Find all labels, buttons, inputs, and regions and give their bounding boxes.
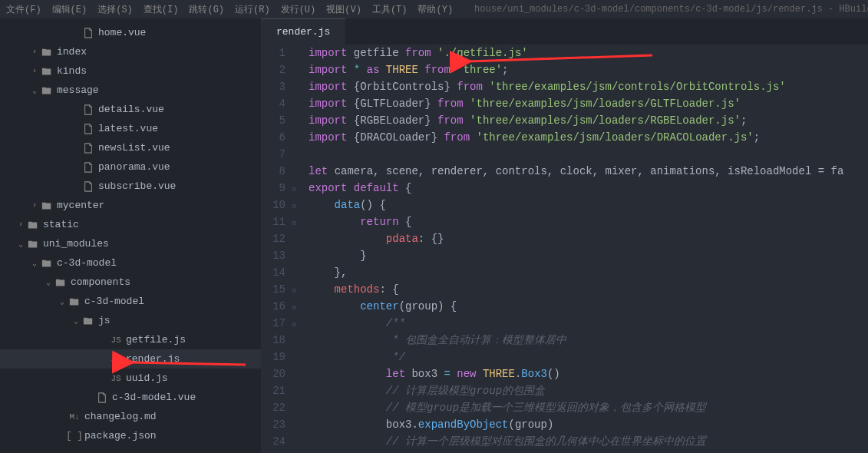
file-icon (81, 162, 95, 173)
tree-item-c-3d-model[interactable]: ⌄c-3d-model (0, 292, 261, 311)
tree-item-details-vue[interactable]: details.vue (0, 100, 261, 119)
tree-item-latest-vue[interactable]: latest.vue (0, 119, 261, 138)
code-line-23[interactable]: box3.expandByObject(group) (309, 416, 868, 433)
folder-icon (40, 85, 54, 96)
code-line-10[interactable]: data() { (309, 197, 868, 213)
js-icon: JS (109, 336, 123, 345)
line-number: 16⊟ (261, 298, 296, 315)
tree-item-components[interactable]: ⌄components (0, 273, 261, 292)
line-number: 10⊟ (261, 197, 296, 213)
chevron-icon: ⌄ (29, 259, 40, 268)
json-icon: [ ] (68, 431, 81, 441)
tree-item-mycenter[interactable]: ›mycenter (0, 196, 261, 215)
tree-item-getfile-js[interactable]: JSgetfile.js (0, 330, 261, 349)
code-line-19[interactable]: */ (309, 349, 868, 365)
tree-item-label: js (98, 315, 111, 326)
folder-icon (40, 200, 54, 211)
md-icon: M↓ (68, 412, 81, 422)
line-number: 7 (261, 146, 296, 163)
line-number: 2 (261, 61, 296, 78)
code-line-25[interactable]: let center = new THREE.Vector3() (309, 450, 868, 453)
menu-view[interactable]: 视图(V) (326, 3, 361, 16)
chevron-icon: ⌄ (29, 86, 40, 95)
tree-item-subscribe-vue[interactable]: subscribe.vue (0, 177, 261, 196)
tree-item-label: kinds (57, 65, 87, 77)
line-number: 12 (261, 230, 296, 247)
code-line-4[interactable]: import {GLTFLoader} from 'three/examples… (309, 95, 868, 112)
menu-edit[interactable]: 编辑(E) (52, 3, 87, 16)
line-number: 1 (261, 45, 296, 61)
tab-render-js[interactable]: render.js (261, 18, 345, 45)
code-line-5[interactable]: import {RGBELoader} from 'three/examples… (309, 112, 868, 129)
code-line-18[interactable]: * 包围盒全自动计算：模型整体居中 (309, 332, 868, 349)
code-line-17[interactable]: /** (309, 315, 868, 332)
menu-find[interactable]: 查找(I) (144, 3, 179, 16)
tree-item-index[interactable]: ›index (0, 42, 261, 61)
code-line-9[interactable]: export default { (309, 180, 868, 197)
tree-item-panorama-vue[interactable]: panorama.vue (0, 157, 261, 177)
tree-item-label: uni_modules (43, 238, 109, 250)
chevron-icon: ⌄ (57, 297, 68, 306)
tree-item-label: components (71, 276, 130, 288)
folder-icon (40, 66, 54, 77)
tree-item-label: getfile.js (126, 334, 186, 346)
code-line-14[interactable]: }, (309, 264, 868, 281)
code-line-6[interactable]: import {DRACOLoader} from 'three/example… (309, 129, 868, 146)
chevron-icon: › (29, 201, 40, 210)
file-icon (81, 104, 95, 115)
code-line-1[interactable]: import getfile from './getfile.js' (309, 45, 868, 61)
tree-item-newslist-vue[interactable]: newsList.vue (0, 138, 261, 157)
tree-item-static[interactable]: ›static (0, 215, 261, 234)
code-line-12[interactable]: pdata: {} (309, 230, 868, 247)
code-editor[interactable]: 123456789⊟10⊟11⊟12131415⊟16⊟17⊟181920212… (261, 45, 868, 453)
code-line-7[interactable] (309, 146, 868, 163)
tree-item-uuid-js[interactable]: JSuuid.js (0, 369, 261, 388)
menu-tools[interactable]: 工具(T) (372, 3, 408, 16)
tree-item-label: changelog.md (84, 411, 157, 422)
tree-item-package-json[interactable]: [ ]package.json (0, 426, 261, 445)
menu-publish[interactable]: 发行(U) (281, 3, 316, 16)
file-icon (81, 124, 95, 134)
js-icon: JS (109, 355, 123, 364)
tree-item-c-3d-model-vue[interactable]: c-3d-model.vue (0, 388, 261, 407)
code-line-16[interactable]: center(group) { (309, 298, 868, 315)
menu-goto[interactable]: 跳转(G) (189, 3, 224, 16)
code-line-2[interactable]: import * as THREE from 'three'; (309, 61, 868, 78)
tree-item-label: panorama.vue (98, 161, 170, 173)
folder-icon (40, 47, 54, 58)
menu-select[interactable]: 选择(S) (97, 3, 133, 16)
tree-item-c-3d-model[interactable]: ⌄c-3d-model (0, 253, 261, 273)
tree-item-label: latest.vue (98, 123, 158, 134)
code-content[interactable]: import getfile from './getfile.js'import… (304, 45, 868, 453)
menu-help[interactable]: 帮助(Y) (417, 3, 453, 16)
line-number: 15⊟ (261, 281, 296, 298)
code-line-11[interactable]: return { (309, 213, 868, 230)
tree-item-message[interactable]: ⌄message (0, 81, 261, 100)
code-line-15[interactable]: methods: { (309, 281, 868, 298)
tree-item-uni-modules[interactable]: ⌄uni_modules (0, 234, 261, 253)
tree-item-label: message (57, 84, 99, 96)
menu-run[interactable]: 运行(R) (235, 3, 270, 16)
tree-item-render-js[interactable]: JSrender.js (0, 349, 261, 369)
line-number: 22 (261, 399, 296, 416)
code-line-20[interactable]: let box3 = new THREE.Box3() (309, 365, 868, 382)
code-line-8[interactable]: let camera, scene, renderer, controls, c… (309, 163, 868, 180)
tree-item-kinds[interactable]: ›kinds (0, 61, 261, 81)
menu-file[interactable]: 文件(F) (6, 3, 41, 16)
line-number: 4 (261, 95, 296, 112)
line-number: 11⊟ (261, 213, 296, 230)
code-line-13[interactable]: } (309, 247, 868, 264)
code-line-24[interactable]: // 计算一个层级模型对应包围盒的几何体中心在世界坐标中的位置 (309, 433, 868, 450)
code-line-21[interactable]: // 计算层级模型group的包围盒 (309, 382, 868, 399)
tree-item-home-vue[interactable]: home.vue (0, 23, 261, 42)
tree-item-label: newsList.vue (98, 142, 170, 154)
line-number: 19 (261, 349, 296, 365)
tree-item-changelog-md[interactable]: M↓changelog.md (0, 407, 261, 426)
line-number: 13 (261, 247, 296, 264)
tree-item-label: c-3d-model (57, 257, 117, 269)
tree-item-js[interactable]: ⌄js (0, 311, 261, 330)
chevron-icon: › (29, 48, 40, 56)
file-explorer[interactable]: home.vue›index›kinds⌄messagedetails.vuel… (0, 18, 261, 453)
code-line-22[interactable]: // 模型group是加载一个三维模型返回的对象，包含多个网格模型 (309, 399, 868, 416)
code-line-3[interactable]: import {OrbitControls} from 'three/examp… (309, 78, 868, 95)
